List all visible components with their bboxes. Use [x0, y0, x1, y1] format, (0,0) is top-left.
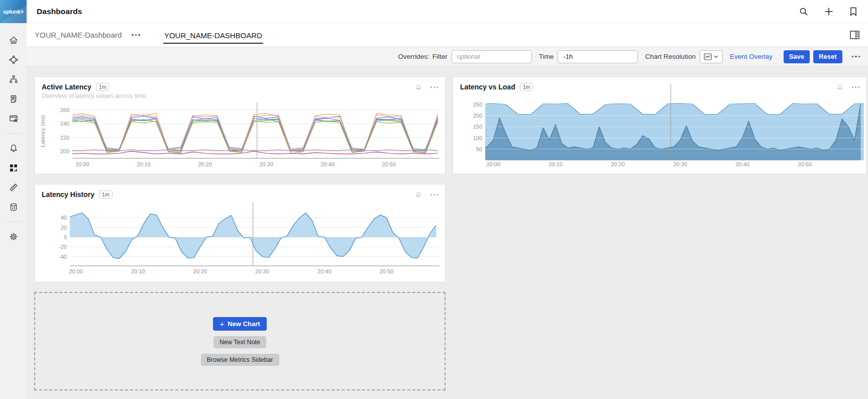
- chart-glyph-icon: [704, 53, 712, 60]
- svg-text:20:40: 20:40: [317, 268, 332, 274]
- card-actions: [415, 83, 438, 91]
- main-area: Dashboards YOUR_NAME-Dashboard YOUR_NAME…: [27, 0, 868, 399]
- card-actions: [836, 83, 859, 91]
- svg-text:20:30: 20:30: [255, 268, 269, 274]
- svg-text:260: 260: [60, 107, 69, 113]
- home-icon: [9, 35, 19, 45]
- alerts-icon: [9, 143, 19, 153]
- alert-bell-icon[interactable]: [415, 191, 422, 198]
- overrides-more-icon[interactable]: [852, 56, 860, 58]
- latency-history-chart[interactable]: 40200-20-4020:0020:1020:2020:3020:4020:5…: [35, 184, 446, 283]
- svg-text:20:30: 20:30: [673, 161, 687, 167]
- sidebar-divider: [6, 222, 21, 222]
- svg-text:20: 20: [61, 225, 67, 231]
- time-label: Time: [539, 53, 554, 60]
- top-bar: Dashboards: [27, 0, 868, 23]
- svg-text:220: 220: [60, 135, 69, 141]
- alert-bell-icon[interactable]: [415, 83, 422, 91]
- svg-text:Latency (ms): Latency (ms): [40, 115, 46, 147]
- chart-title: Active Latency: [42, 83, 91, 91]
- topbar-icons: [799, 7, 858, 17]
- svg-text:250: 250: [473, 102, 482, 108]
- sidebar-item-infrastructure[interactable]: [5, 70, 23, 88]
- card-header: Active Latency 1m: [35, 77, 445, 91]
- svg-text:200: 200: [473, 113, 482, 119]
- add-icon[interactable]: [824, 7, 834, 17]
- event-overlay-link[interactable]: Event Overlay: [730, 53, 773, 60]
- sidebar-item-metrics[interactable]: [5, 178, 23, 196]
- splunk-logo[interactable]: splunk>: [0, 0, 27, 23]
- svg-text:20:10: 20:10: [131, 268, 145, 274]
- svg-text:20:00: 20:00: [486, 161, 500, 167]
- tab-dashboard[interactable]: YOUR_NAME-DASHBOARD: [163, 30, 263, 44]
- svg-text:-20: -20: [59, 244, 67, 250]
- dashboards-icon: [9, 163, 19, 173]
- svg-text:200: 200: [60, 148, 69, 154]
- time-input[interactable]: [558, 50, 638, 63]
- resolution-badge: 1m: [520, 83, 533, 91]
- new-chart-label: New Chart: [228, 320, 260, 328]
- chevron-down-icon: [714, 55, 718, 58]
- sidebar-item-log-observer[interactable]: [5, 90, 23, 108]
- dashboard-group-label[interactable]: YOUR_NAME-Dashboard: [35, 31, 122, 39]
- sidebar-divider: [6, 133, 21, 134]
- save-button[interactable]: Save: [784, 50, 810, 63]
- svg-text:20:20: 20:20: [198, 161, 212, 167]
- svg-text:20:00: 20:00: [75, 161, 89, 167]
- plus-icon: +: [220, 320, 224, 328]
- chart-title: Latency History: [42, 190, 94, 198]
- sidebar-item-alerts[interactable]: [5, 139, 23, 157]
- active-latency-chart[interactable]: 20022024026020:0020:1020:2020:3020:4020:…: [35, 77, 446, 175]
- bookmark-icon[interactable]: [849, 7, 858, 17]
- settings-icon: [9, 232, 19, 242]
- sidebar-panel-toggle-icon[interactable]: [850, 31, 859, 39]
- sidebar-item-apm[interactable]: [5, 51, 23, 69]
- latency-vs-load-chart[interactable]: 5010015020025020:0020:1020:2020:3020:402…: [453, 77, 867, 175]
- svg-text:20:10: 20:10: [549, 161, 563, 167]
- app-window: splunk>: [0, 0, 868, 399]
- sidebar-item-data-management[interactable]: [5, 198, 23, 216]
- infrastructure-icon: [9, 74, 19, 84]
- chart-resolution-label: Chart Resolution: [645, 53, 696, 60]
- sidebar-item-home[interactable]: [5, 31, 23, 49]
- chart-card-active-latency: Active Latency 1m Overview of latency va…: [34, 76, 446, 174]
- chart-resolution-dropdown[interactable]: [700, 50, 723, 63]
- left-sidebar: splunk>: [0, 0, 27, 399]
- resolution-badge: 1m: [96, 83, 110, 91]
- chart-card-latency-vs-load: Latency vs Load 1m 5010015020025020:0020…: [453, 76, 867, 174]
- new-text-note-button[interactable]: New Text Note: [213, 336, 266, 348]
- resolution-badge: 1m: [99, 190, 113, 198]
- card-more-icon[interactable]: [852, 86, 859, 88]
- svg-text:150: 150: [473, 124, 482, 130]
- sidebar-nav: [0, 23, 27, 247]
- card-header: Latency History 1m: [35, 184, 445, 198]
- apm-icon: [9, 55, 19, 65]
- sidebar-item-synthetics[interactable]: [5, 110, 23, 128]
- alert-bell-icon[interactable]: [836, 83, 843, 91]
- svg-text:240: 240: [60, 121, 69, 127]
- svg-text:20:50: 20:50: [798, 161, 812, 167]
- filter-input[interactable]: [452, 50, 532, 63]
- synthetics-icon: [9, 114, 19, 124]
- svg-text:40: 40: [61, 215, 67, 221]
- chart-card-latency-history: Latency History 1m 40200-20-4020:0020:10…: [34, 184, 446, 282]
- search-icon[interactable]: [799, 7, 809, 17]
- chart-subtitle: Overview of latency values across time.: [42, 92, 148, 99]
- sidebar-item-settings[interactable]: [5, 228, 23, 246]
- browse-metrics-sidebar-button[interactable]: Browse Metrics Sidebar: [201, 354, 279, 366]
- empty-chart-dropzone: + New Chart New Text Note Browse Metrics…: [34, 292, 446, 390]
- sidebar-item-dashboards[interactable]: [5, 159, 23, 177]
- card-actions: [415, 191, 438, 198]
- card-more-icon[interactable]: [430, 194, 438, 195]
- filter-label: Filter: [432, 53, 448, 60]
- reset-button[interactable]: Reset: [813, 50, 842, 63]
- card-more-icon[interactable]: [430, 86, 438, 88]
- log-observer-icon: [9, 94, 19, 104]
- dashboard-tab-bar: YOUR_NAME-Dashboard YOUR_NAME-DASHBOARD: [27, 23, 868, 47]
- chart-title: Latency vs Load: [460, 83, 515, 91]
- dashboard-group-menu-icon[interactable]: [132, 34, 140, 36]
- svg-text:20:50: 20:50: [380, 268, 394, 274]
- card-header: Latency vs Load 1m: [453, 77, 866, 91]
- svg-text:20:40: 20:40: [735, 161, 749, 167]
- new-chart-button[interactable]: + New Chart: [213, 317, 266, 331]
